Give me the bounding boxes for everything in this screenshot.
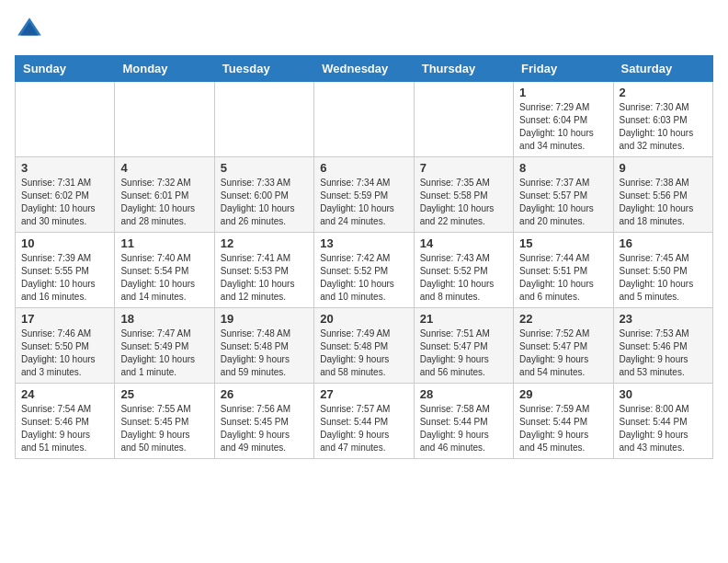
day-number: 30 <box>620 387 707 401</box>
calendar-cell: 14Sunrise: 7:43 AM Sunset: 5:52 PM Dayli… <box>414 233 513 308</box>
day-number: 29 <box>519 387 607 401</box>
calendar-cell: 20Sunrise: 7:49 AM Sunset: 5:48 PM Dayli… <box>314 308 414 384</box>
day-number: 12 <box>221 236 308 250</box>
day-info: Sunrise: 7:33 AM Sunset: 6:00 PM Dayligh… <box>221 177 308 228</box>
day-number: 17 <box>21 312 108 326</box>
day-info: Sunrise: 7:38 AM Sunset: 5:56 PM Dayligh… <box>620 177 707 228</box>
day-info: Sunrise: 7:49 AM Sunset: 5:48 PM Dayligh… <box>320 327 407 379</box>
day-info: Sunrise: 7:58 AM Sunset: 5:44 PM Dayligh… <box>420 403 507 454</box>
day-info: Sunrise: 7:55 AM Sunset: 5:45 PM Dayligh… <box>120 403 208 454</box>
day-info: Sunrise: 7:35 AM Sunset: 5:58 PM Dayligh… <box>420 177 507 228</box>
calendar-cell: 28Sunrise: 7:58 AM Sunset: 5:44 PM Dayli… <box>414 384 513 459</box>
day-number: 25 <box>120 387 208 401</box>
day-number: 9 <box>620 161 707 175</box>
day-number: 14 <box>420 236 507 250</box>
calendar-cell: 2Sunrise: 7:30 AM Sunset: 6:03 PM Daylig… <box>613 82 712 157</box>
calendar-cell: 6Sunrise: 7:34 AM Sunset: 5:59 PM Daylig… <box>314 157 414 233</box>
day-number: 22 <box>519 312 607 326</box>
day-number: 23 <box>620 312 707 326</box>
calendar-cell: 25Sunrise: 7:55 AM Sunset: 5:45 PM Dayli… <box>115 384 214 459</box>
day-number: 16 <box>620 236 707 250</box>
calendar-cell <box>214 82 313 157</box>
day-number: 5 <box>221 161 308 175</box>
day-number: 26 <box>221 387 308 401</box>
calendar-cell: 15Sunrise: 7:44 AM Sunset: 5:51 PM Dayli… <box>514 233 613 308</box>
day-info: Sunrise: 7:30 AM Sunset: 6:03 PM Dayligh… <box>620 101 707 153</box>
day-number: 19 <box>221 312 308 326</box>
day-number: 6 <box>320 161 407 175</box>
calendar-cell: 5Sunrise: 7:33 AM Sunset: 6:00 PM Daylig… <box>214 157 313 233</box>
day-info: Sunrise: 7:51 AM Sunset: 5:47 PM Dayligh… <box>420 327 507 379</box>
day-number: 15 <box>519 236 607 250</box>
weekday-header-thursday: Thursday <box>414 56 513 82</box>
calendar-cell: 17Sunrise: 7:46 AM Sunset: 5:50 PM Dayli… <box>16 308 115 384</box>
day-info: Sunrise: 7:44 AM Sunset: 5:51 PM Dayligh… <box>519 252 607 304</box>
day-number: 27 <box>320 387 407 401</box>
calendar-cell: 8Sunrise: 7:37 AM Sunset: 5:57 PM Daylig… <box>514 157 613 233</box>
day-number: 28 <box>420 387 507 401</box>
day-number: 4 <box>120 161 208 175</box>
day-info: Sunrise: 7:46 AM Sunset: 5:50 PM Dayligh… <box>21 327 108 379</box>
calendar-cell: 1Sunrise: 7:29 AM Sunset: 6:04 PM Daylig… <box>514 82 613 157</box>
calendar-cell: 4Sunrise: 7:32 AM Sunset: 6:01 PM Daylig… <box>115 157 214 233</box>
weekday-header-row: SundayMondayTuesdayWednesdayThursdayFrid… <box>16 56 713 82</box>
logo-icon <box>15 15 44 44</box>
day-info: Sunrise: 7:45 AM Sunset: 5:50 PM Dayligh… <box>620 252 707 304</box>
logo <box>15 15 48 44</box>
day-number: 10 <box>21 236 108 250</box>
day-info: Sunrise: 7:43 AM Sunset: 5:52 PM Dayligh… <box>420 252 507 304</box>
calendar-cell: 3Sunrise: 7:31 AM Sunset: 6:02 PM Daylig… <box>16 157 115 233</box>
calendar-week-row: 24Sunrise: 7:54 AM Sunset: 5:46 PM Dayli… <box>16 384 713 459</box>
day-info: Sunrise: 7:48 AM Sunset: 5:48 PM Dayligh… <box>221 327 308 379</box>
calendar-cell <box>314 82 414 157</box>
day-info: Sunrise: 7:31 AM Sunset: 6:02 PM Dayligh… <box>21 177 108 228</box>
weekday-header-friday: Friday <box>514 56 613 82</box>
calendar-cell: 19Sunrise: 7:48 AM Sunset: 5:48 PM Dayli… <box>214 308 313 384</box>
day-number: 2 <box>620 86 707 99</box>
calendar-cell <box>16 82 115 157</box>
calendar-week-row: 17Sunrise: 7:46 AM Sunset: 5:50 PM Dayli… <box>16 308 713 384</box>
day-number: 20 <box>320 312 407 326</box>
day-info: Sunrise: 7:59 AM Sunset: 5:44 PM Dayligh… <box>519 403 607 454</box>
calendar-week-row: 1Sunrise: 7:29 AM Sunset: 6:04 PM Daylig… <box>16 82 713 157</box>
day-number: 1 <box>519 86 607 99</box>
calendar-cell: 16Sunrise: 7:45 AM Sunset: 5:50 PM Dayli… <box>613 233 712 308</box>
day-info: Sunrise: 7:29 AM Sunset: 6:04 PM Dayligh… <box>519 101 607 153</box>
day-info: Sunrise: 7:32 AM Sunset: 6:01 PM Dayligh… <box>120 177 208 228</box>
calendar-cell <box>115 82 214 157</box>
calendar-week-row: 3Sunrise: 7:31 AM Sunset: 6:02 PM Daylig… <box>16 157 713 233</box>
calendar-cell: 24Sunrise: 7:54 AM Sunset: 5:46 PM Dayli… <box>16 384 115 459</box>
calendar-cell: 9Sunrise: 7:38 AM Sunset: 5:56 PM Daylig… <box>613 157 712 233</box>
weekday-header-sunday: Sunday <box>16 56 115 82</box>
calendar-cell: 23Sunrise: 7:53 AM Sunset: 5:46 PM Dayli… <box>613 308 712 384</box>
calendar-cell: 30Sunrise: 8:00 AM Sunset: 5:44 PM Dayli… <box>613 384 712 459</box>
day-info: Sunrise: 7:42 AM Sunset: 5:52 PM Dayligh… <box>320 252 407 304</box>
day-info: Sunrise: 7:47 AM Sunset: 5:49 PM Dayligh… <box>120 327 208 379</box>
calendar-cell: 10Sunrise: 7:39 AM Sunset: 5:55 PM Dayli… <box>16 233 115 308</box>
calendar-cell: 18Sunrise: 7:47 AM Sunset: 5:49 PM Dayli… <box>115 308 214 384</box>
page-header <box>15 15 713 44</box>
day-info: Sunrise: 7:57 AM Sunset: 5:44 PM Dayligh… <box>320 403 407 454</box>
calendar-cell: 26Sunrise: 7:56 AM Sunset: 5:45 PM Dayli… <box>214 384 313 459</box>
day-info: Sunrise: 7:53 AM Sunset: 5:46 PM Dayligh… <box>620 327 707 379</box>
day-info: Sunrise: 7:56 AM Sunset: 5:45 PM Dayligh… <box>221 403 308 454</box>
calendar-cell: 11Sunrise: 7:40 AM Sunset: 5:54 PM Dayli… <box>115 233 214 308</box>
calendar-cell: 21Sunrise: 7:51 AM Sunset: 5:47 PM Dayli… <box>414 308 513 384</box>
day-info: Sunrise: 7:39 AM Sunset: 5:55 PM Dayligh… <box>21 252 108 304</box>
calendar-cell: 7Sunrise: 7:35 AM Sunset: 5:58 PM Daylig… <box>414 157 513 233</box>
calendar-cell: 27Sunrise: 7:57 AM Sunset: 5:44 PM Dayli… <box>314 384 414 459</box>
day-info: Sunrise: 7:41 AM Sunset: 5:53 PM Dayligh… <box>221 252 308 304</box>
day-info: Sunrise: 7:54 AM Sunset: 5:46 PM Dayligh… <box>21 403 108 454</box>
weekday-header-tuesday: Tuesday <box>214 56 313 82</box>
day-info: Sunrise: 8:00 AM Sunset: 5:44 PM Dayligh… <box>620 403 707 454</box>
day-number: 11 <box>120 236 208 250</box>
day-number: 3 <box>21 161 108 175</box>
weekday-header-monday: Monday <box>115 56 214 82</box>
day-info: Sunrise: 7:34 AM Sunset: 5:59 PM Dayligh… <box>320 177 407 228</box>
day-number: 7 <box>420 161 507 175</box>
weekday-header-saturday: Saturday <box>613 56 712 82</box>
calendar-week-row: 10Sunrise: 7:39 AM Sunset: 5:55 PM Dayli… <box>16 233 713 308</box>
day-number: 8 <box>519 161 607 175</box>
calendar-cell <box>414 82 513 157</box>
calendar-table: SundayMondayTuesdayWednesdayThursdayFrid… <box>15 55 713 459</box>
